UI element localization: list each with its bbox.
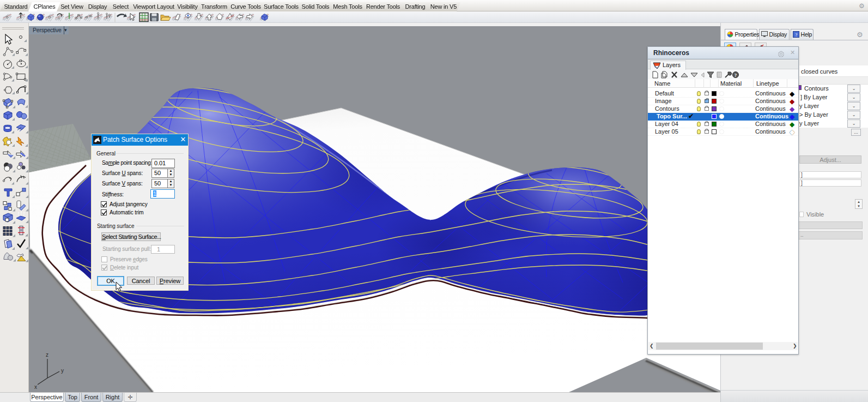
svg-text:y: y — [61, 368, 64, 374]
svg-text:?: ? — [795, 32, 797, 38]
svg-text:x: x — [34, 384, 37, 390]
svg-text:z: z — [46, 352, 48, 358]
svg-text:?: ? — [735, 73, 737, 78]
